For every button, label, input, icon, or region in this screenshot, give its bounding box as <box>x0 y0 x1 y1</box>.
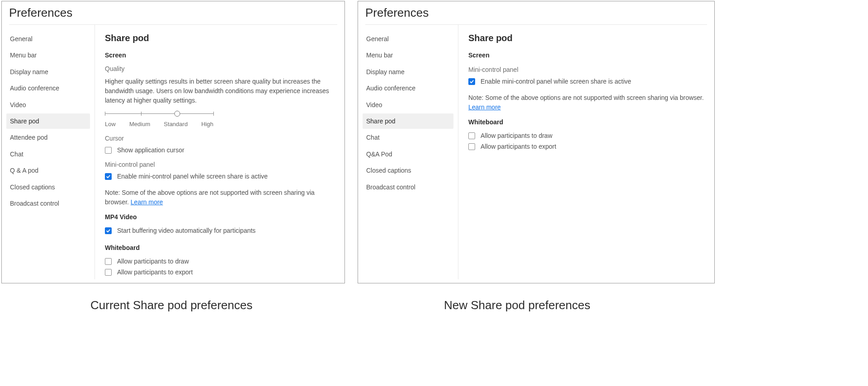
wb-draw-checkbox-row[interactable]: Allow participants to draw <box>468 132 706 139</box>
wb-export-checkbox[interactable] <box>468 143 475 150</box>
learn-more-link[interactable]: Learn more <box>131 198 163 206</box>
mp4-buffer-checkbox-row[interactable]: Start buffering video automatically for … <box>105 227 336 234</box>
mini-control-checkbox-row[interactable]: Enable mini-control panel while screen s… <box>468 78 706 85</box>
mp4-label: MP4 Video <box>105 213 336 221</box>
caption-new: New Share pod preferences <box>444 298 590 312</box>
content-heading: Share pod <box>105 33 336 43</box>
sidebar-new: GeneralMenu barDisplay nameAudio confere… <box>358 25 458 279</box>
wb-draw-checkbox-row[interactable]: Allow participants to draw <box>105 258 336 265</box>
show-cursor-checkbox-row[interactable]: Show application cursor <box>105 146 336 154</box>
quality-slider-thumb[interactable] <box>174 111 180 117</box>
section-screen-label: Screen <box>105 52 336 59</box>
mini-control-option-label: Enable mini-control panel while screen s… <box>117 173 268 180</box>
sidebar-item-closed-captions[interactable]: Closed captions <box>6 179 90 195</box>
slider-label-high: High <box>201 121 213 127</box>
content-new: Share pod Screen Mini-control panel Enab… <box>458 25 714 279</box>
mini-control-option-label: Enable mini-control panel while screen s… <box>481 78 631 85</box>
slider-label-medium: Medium <box>129 121 150 127</box>
sidebar-item-audio-conference[interactable]: Audio conference <box>6 80 90 96</box>
sidebar-current: GeneralMenu barDisplay nameAudio confere… <box>2 25 95 279</box>
wb-export-label: Allow participants to export <box>481 143 556 150</box>
sidebar-item-display-name[interactable]: Display name <box>6 64 90 80</box>
mp4-buffer-checkbox[interactable] <box>105 227 112 234</box>
sidebar-item-closed-captions[interactable]: Closed captions <box>363 163 453 178</box>
mini-control-label: Mini-control panel <box>105 161 336 168</box>
mini-control-checkbox-row[interactable]: Enable mini-control panel while screen s… <box>105 173 336 180</box>
wb-export-checkbox[interactable] <box>105 269 112 276</box>
whiteboard-label: Whiteboard <box>105 244 336 251</box>
cursor-label: Cursor <box>105 135 336 142</box>
learn-more-link[interactable]: Learn more <box>468 104 501 111</box>
sidebar-item-broadcast-control[interactable]: Broadcast control <box>363 179 453 195</box>
quality-desc: Higher quality settings results in bette… <box>105 77 336 105</box>
mp4-buffer-label: Start buffering video automatically for … <box>117 227 255 234</box>
wb-export-checkbox-row[interactable]: Allow participants to export <box>468 143 706 150</box>
screen-note: Note: Some of the above options are not … <box>468 93 706 112</box>
mini-control-checkbox[interactable] <box>105 173 112 180</box>
sidebar-item-audio-conference[interactable]: Audio conference <box>363 80 453 96</box>
sidebar-item-chat[interactable]: Chat <box>363 130 453 145</box>
sidebar-item-video[interactable]: Video <box>6 97 90 113</box>
sidebar-item-general[interactable]: General <box>363 31 453 47</box>
show-cursor-label: Show application cursor <box>117 146 184 154</box>
sidebar-item-broadcast-control[interactable]: Broadcast control <box>6 196 90 211</box>
wb-draw-label: Allow participants to draw <box>481 132 552 139</box>
mini-control-checkbox[interactable] <box>468 78 475 85</box>
panel-title: Preferences <box>358 1 714 24</box>
panel-title: Preferences <box>2 1 344 24</box>
show-cursor-checkbox[interactable] <box>105 147 112 154</box>
note-text: Note: Some of the above options are not … <box>468 94 704 101</box>
sidebar-item-q-a-pod[interactable]: Q&A Pod <box>363 146 453 162</box>
wb-export-label: Allow participants to export <box>117 268 193 276</box>
caption-current: Current Share pod preferences <box>90 298 252 312</box>
quality-label: Quality <box>105 65 336 72</box>
section-screen-label: Screen <box>468 52 706 59</box>
sidebar-item-menu-bar[interactable]: Menu bar <box>363 47 453 63</box>
sidebar-item-chat[interactable]: Chat <box>6 146 90 162</box>
wb-draw-checkbox[interactable] <box>105 258 112 265</box>
preferences-panel-current: Preferences GeneralMenu barDisplay nameA… <box>1 1 345 283</box>
content-heading: Share pod <box>468 33 706 43</box>
wb-draw-checkbox[interactable] <box>468 132 475 139</box>
preferences-panel-new: Preferences GeneralMenu barDisplay nameA… <box>358 1 715 283</box>
sidebar-item-share-pod[interactable]: Share pod <box>6 113 90 129</box>
slider-label-low: Low <box>105 121 116 127</box>
wb-draw-label: Allow participants to draw <box>117 258 189 265</box>
whiteboard-label: Whiteboard <box>468 118 706 126</box>
sidebar-item-attendee-pod[interactable]: Attendee pod <box>6 130 90 145</box>
sidebar-item-general[interactable]: General <box>6 31 90 47</box>
sidebar-item-video[interactable]: Video <box>363 97 453 113</box>
slider-label-standard: Standard <box>164 121 188 127</box>
sidebar-item-share-pod[interactable]: Share pod <box>363 113 453 129</box>
sidebar-item-menu-bar[interactable]: Menu bar <box>6 47 90 63</box>
quality-slider[interactable]: Low Medium Standard High <box>105 111 213 127</box>
content-current: Share pod Screen Quality Higher quality … <box>95 25 344 279</box>
mini-control-label: Mini-control panel <box>468 66 706 73</box>
wb-export-checkbox-row[interactable]: Allow participants to export <box>105 268 336 276</box>
screen-note: Note: Some of the above options are not … <box>105 188 336 207</box>
sidebar-item-display-name[interactable]: Display name <box>363 64 453 80</box>
slider-labels: Low Medium Standard High <box>105 121 213 127</box>
sidebar-item-q-a-pod[interactable]: Q & A pod <box>6 163 90 178</box>
